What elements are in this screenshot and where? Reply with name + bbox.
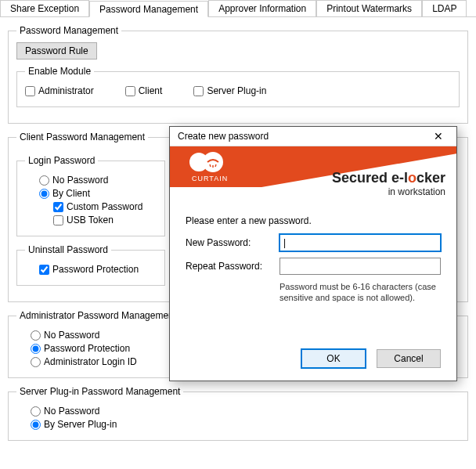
login-by-client-radio[interactable]: By Client — [39, 188, 157, 199]
checkbox-label: Client — [139, 85, 163, 96]
dialog-body: Please enter a new password. New Passwor… — [170, 209, 456, 340]
login-no-password-radio[interactable]: No Password — [39, 175, 157, 186]
close-icon[interactable]: ✕ — [427, 130, 450, 143]
client-password-legend: Client Password Management — [16, 132, 148, 143]
checkbox-label: Password Protection — [52, 264, 139, 275]
uninstall-password-legend: Uninstall Password — [25, 244, 111, 255]
uninstall-password-protection-checkbox[interactable]: Password Protection — [39, 264, 157, 275]
radio-label: By Client — [52, 188, 90, 199]
tab-password-management[interactable]: Password Management — [89, 1, 208, 17]
tab-bar: Share Exception Password Management Appr… — [0, 0, 476, 17]
curtain-logo-text: CURTAIN — [192, 175, 228, 182]
radio-label: Password Protection — [44, 343, 130, 354]
password-management-legend: Password Management — [16, 25, 121, 36]
server-plugin-password-legend: Server Plug-in Password Management — [16, 386, 183, 397]
enable-module-group: Enable Module Administrator Client Serve… — [16, 66, 460, 107]
radio-label: Administrator Login ID — [44, 356, 137, 367]
custom-password-checkbox[interactable]: Custom Password — [53, 201, 157, 212]
svg-line-2 — [210, 164, 211, 167]
usb-token-checkbox[interactable]: USB Token — [53, 215, 157, 225]
enable-server-plugin-checkbox[interactable]: Server Plug-in — [193, 85, 266, 96]
dialog-titlebar: Create new password ✕ — [170, 127, 456, 146]
password-rule-button[interactable]: Password Rule — [16, 42, 97, 60]
ok-button[interactable]: OK — [301, 349, 366, 368]
admin-password-legend: Administrator Password Management — [16, 310, 179, 321]
cancel-button[interactable]: Cancel — [377, 349, 441, 368]
server-by-plugin-radio[interactable]: By Server Plug-in — [31, 419, 460, 430]
dialog-title: Create new password — [178, 131, 269, 142]
repeat-password-label: Repeat Password: — [186, 261, 279, 272]
radio-label: No Password — [52, 175, 108, 186]
brand-pre: Secured e-l — [332, 170, 408, 186]
login-password-group: Login Password No Password By Client Cus… — [16, 155, 165, 236]
enable-client-checkbox[interactable]: Client — [125, 85, 163, 96]
radio-label: By Server Plug-in — [44, 419, 117, 430]
password-hint: Password must be 6-16 characters (case s… — [279, 281, 441, 304]
tab-approver-information[interactable]: Approver Information — [208, 0, 316, 16]
enable-module-legend: Enable Module — [25, 66, 94, 77]
dialog-banner: CURTAIN Secured e-locker in workstation — [170, 146, 456, 209]
brand-sub: in workstation — [332, 186, 445, 197]
checkbox-label: Server Plug-in — [207, 85, 266, 96]
server-plugin-password-group: Server Plug-in Password Management No Pa… — [8, 386, 468, 441]
new-password-input[interactable] — [279, 234, 441, 251]
curtain-logo-icon — [187, 151, 226, 173]
create-password-dialog: Create new password ✕ CURTAIN Secured e-… — [169, 126, 457, 381]
tab-share-exception[interactable]: Share Exception — [0, 0, 89, 16]
repeat-password-input[interactable] — [279, 258, 441, 275]
tab-ldap[interactable]: LDAP — [422, 0, 467, 16]
checkbox-label: Custom Password — [67, 201, 142, 212]
svg-point-1 — [203, 152, 223, 172]
brand-o: o — [408, 170, 416, 186]
server-no-password-radio[interactable]: No Password — [31, 406, 460, 417]
svg-line-4 — [215, 164, 216, 167]
brand-post: cker — [416, 170, 445, 186]
radio-label: No Password — [44, 330, 99, 341]
tab-printout-watermarks[interactable]: Printout Watermarks — [316, 0, 422, 16]
uninstall-password-group: Uninstall Password Password Protection — [16, 244, 165, 286]
password-management-group: Password Management Password Rule Enable… — [8, 25, 468, 124]
checkbox-label: USB Token — [67, 215, 114, 225]
dialog-prompt: Please enter a new password. — [186, 215, 441, 226]
new-password-label: New Password: — [186, 237, 279, 248]
login-password-legend: Login Password — [25, 155, 98, 166]
brand-text: Secured e-locker in workstation — [332, 170, 445, 197]
checkbox-label: Administrator — [38, 85, 94, 96]
radio-label: No Password — [44, 406, 99, 417]
enable-administrator-checkbox[interactable]: Administrator — [25, 85, 94, 96]
dialog-buttons: OK Cancel — [170, 340, 456, 381]
